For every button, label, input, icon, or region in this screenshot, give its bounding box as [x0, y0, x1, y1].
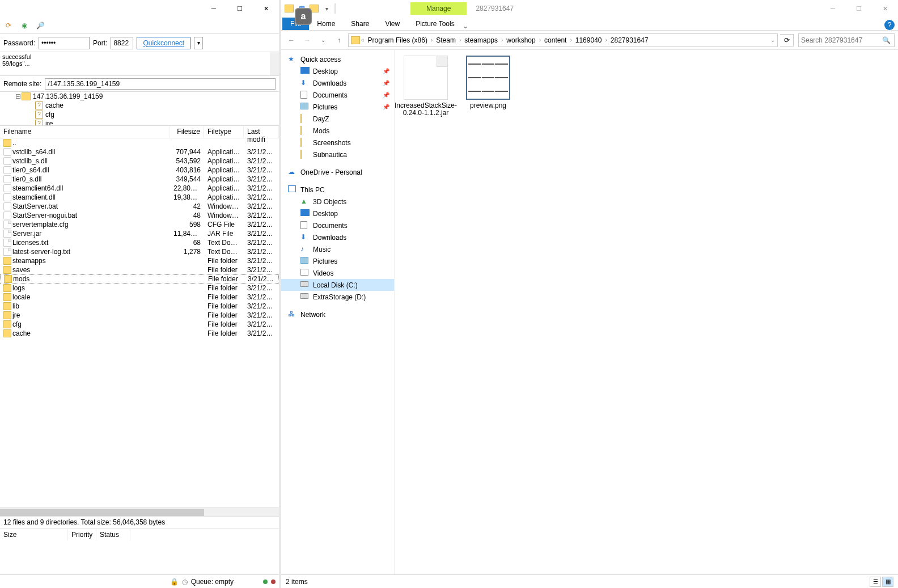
tree-node[interactable]: ? cfg: [0, 110, 279, 119]
breadcrumb-item[interactable]: Program Files (x86): [366, 36, 430, 44]
queue-header[interactable]: Size Priority Status: [0, 528, 279, 540]
nav-section-header[interactable]: 🖧Network: [281, 308, 394, 320]
recent-dropdown[interactable]: ⌄: [316, 33, 330, 47]
tab-view[interactable]: View: [377, 18, 408, 30]
file-row[interactable]: logsFile folder3/21/2024 1: [0, 284, 279, 293]
col-filesize[interactable]: Filesize: [170, 126, 204, 138]
view-icons-button[interactable]: ▦: [882, 577, 893, 587]
view-details-button[interactable]: ☰: [870, 577, 881, 587]
nav-item[interactable]: ExtraStorage (D:): [281, 291, 394, 303]
nav-item[interactable]: DayZ: [281, 113, 394, 125]
col-filename[interactable]: Filename: [0, 126, 170, 138]
tab-share[interactable]: Share: [343, 18, 377, 30]
nav-section-header[interactable]: This PC: [281, 184, 394, 196]
nav-item[interactable]: Local Disk (C:): [281, 279, 394, 291]
col-filetype[interactable]: Filetype: [204, 126, 244, 138]
tree-collapse-icon[interactable]: ⊟: [15, 92, 22, 100]
tree-node[interactable]: ? jre: [0, 119, 279, 126]
nav-item[interactable]: ⬇Downloads: [281, 231, 394, 243]
nav-section-header[interactable]: ☁OneDrive - Personal: [281, 166, 394, 178]
nav-item[interactable]: Documents📌: [281, 89, 394, 101]
password-input[interactable]: [39, 37, 90, 49]
col-queue-priority[interactable]: Priority: [68, 529, 96, 540]
nav-item[interactable]: Mods: [281, 125, 394, 137]
qat-dropdown-icon[interactable]: ▾: [321, 3, 332, 14]
filter-icon[interactable]: ◉: [18, 19, 31, 32]
breadcrumb-item[interactable]: Steam: [434, 36, 458, 44]
tree-node-root[interactable]: ⊟ 147.135.36.199_14159: [0, 92, 279, 101]
file-list[interactable]: ..vstdlib_s64.dll707,944Applicatio...3/2…: [0, 138, 279, 507]
file-row[interactable]: modsFile folder3/21/2024 1: [0, 274, 279, 284]
nav-item[interactable]: Videos: [281, 267, 394, 279]
file-item[interactable]: preview.png: [463, 56, 514, 109]
file-row[interactable]: Server.jar11,849,548JAR File3/21/2024 1: [0, 229, 279, 238]
nav-item[interactable]: Pictures: [281, 255, 394, 267]
maximize-button[interactable]: ☐: [846, 0, 872, 17]
close-button[interactable]: ✕: [872, 0, 898, 17]
tree-node[interactable]: ? cache: [0, 101, 279, 110]
up-button[interactable]: ↑: [332, 33, 346, 47]
file-row[interactable]: steamclient.dll19,381,096Applicatio...3/…: [0, 193, 279, 202]
col-queue-size[interactable]: Size: [0, 529, 68, 540]
file-row[interactable]: vstdlib_s64.dll707,944Applicatio...3/21/…: [0, 147, 279, 156]
close-button[interactable]: ✕: [253, 0, 279, 17]
file-row[interactable]: servertemplate.cfg598CFG File3/21/2024 1: [0, 220, 279, 229]
nav-section-header[interactable]: ★Quick access: [281, 53, 394, 65]
file-row[interactable]: Licenses.txt68Text Docu...3/21/2024 1: [0, 238, 279, 247]
scrollbar-horizontal[interactable]: [0, 507, 279, 517]
file-row[interactable]: libFile folder3/21/2024 1: [0, 302, 279, 311]
tab-home[interactable]: Home: [309, 18, 343, 30]
log-pane[interactable]: successful 59/logs"...: [0, 52, 279, 76]
nav-item[interactable]: ♪Music: [281, 243, 394, 255]
file-row[interactable]: latest-server-log.txt1,278Text Docu...3/…: [0, 247, 279, 256]
breadcrumb-item[interactable]: content: [542, 36, 569, 44]
file-row[interactable]: steamclient64.dll22,808,784Applicatio...…: [0, 184, 279, 193]
nav-item[interactable]: Desktop: [281, 208, 394, 219]
nav-item[interactable]: ▲3D Objects: [281, 196, 394, 208]
forward-button[interactable]: →: [300, 33, 314, 47]
tab-picture-tools[interactable]: Picture Tools: [408, 18, 462, 30]
file-row[interactable]: cacheFile folder3/21/2024 1: [0, 329, 279, 338]
breadcrumb-item[interactable]: steamapps: [462, 36, 500, 44]
remote-site-input[interactable]: [45, 78, 276, 90]
breadcrumb-item[interactable]: 1169040: [573, 36, 604, 44]
quickconnect-button[interactable]: Quickconnect: [137, 37, 190, 49]
file-row[interactable]: steamappsFile folder3/21/2024 1: [0, 256, 279, 265]
minimize-button[interactable]: ─: [820, 0, 846, 17]
nav-item[interactable]: Subnautica: [281, 149, 394, 160]
refresh-icon[interactable]: ⟳: [2, 19, 15, 32]
remote-tree[interactable]: ⊟ 147.135.36.199_14159 ? cache ? cfg ? j…: [0, 92, 279, 126]
nav-item[interactable]: Pictures📌: [281, 101, 394, 113]
breadcrumb-item[interactable]: workshop: [504, 36, 537, 44]
nav-item[interactable]: Screenshots: [281, 137, 394, 149]
nav-item[interactable]: Desktop📌: [281, 65, 394, 77]
navigation-pane[interactable]: ★Quick accessDesktop📌⬇Downloads📌Document…: [281, 50, 395, 574]
back-button[interactable]: ←: [285, 33, 298, 47]
find-icon[interactable]: 🔎: [34, 19, 46, 32]
queue-body[interactable]: [0, 540, 279, 574]
chevron-right-icon[interactable]: «: [361, 37, 365, 43]
col-lastmodified[interactable]: Last modifi: [244, 126, 279, 138]
file-list-header[interactable]: Filename Filesize Filetype Last modifi: [0, 126, 279, 138]
file-row[interactable]: StartServer.bat42Windows B...3/21/2024 1: [0, 202, 279, 211]
search-box[interactable]: 🔍: [798, 33, 895, 47]
file-row[interactable]: jreFile folder3/21/2024 1: [0, 311, 279, 320]
col-queue-status[interactable]: Status: [96, 529, 130, 540]
file-row[interactable]: cfgFile folder3/21/2024 1: [0, 320, 279, 329]
help-button[interactable]: ?: [884, 20, 895, 30]
file-row[interactable]: localeFile folder3/21/2024 1: [0, 293, 279, 302]
file-row[interactable]: savesFile folder3/21/2024 1: [0, 265, 279, 274]
contextual-tab-manage[interactable]: Manage: [410, 2, 467, 15]
file-row[interactable]: ..: [0, 138, 279, 147]
file-row[interactable]: tier0_s.dll349,544Applicatio...3/21/2024…: [0, 175, 279, 184]
nav-item[interactable]: ⬇Downloads📌: [281, 77, 394, 89]
minimize-button[interactable]: ─: [201, 0, 227, 17]
scrollbar-vertical[interactable]: [270, 52, 279, 75]
refresh-button[interactable]: ⟳: [780, 34, 794, 46]
search-input[interactable]: [801, 36, 892, 44]
file-row[interactable]: vstdlib_s.dll543,592Applicatio...3/21/20…: [0, 156, 279, 166]
breadcrumb[interactable]: « Program Files (x86) › Steam › steamapp…: [348, 33, 778, 47]
quickconnect-dropdown[interactable]: ▾: [194, 37, 203, 49]
content-pane[interactable]: IncreasedStackSize-0.24.0-1.1.2.jar prev…: [395, 50, 898, 574]
nav-item[interactable]: Documents: [281, 219, 394, 231]
